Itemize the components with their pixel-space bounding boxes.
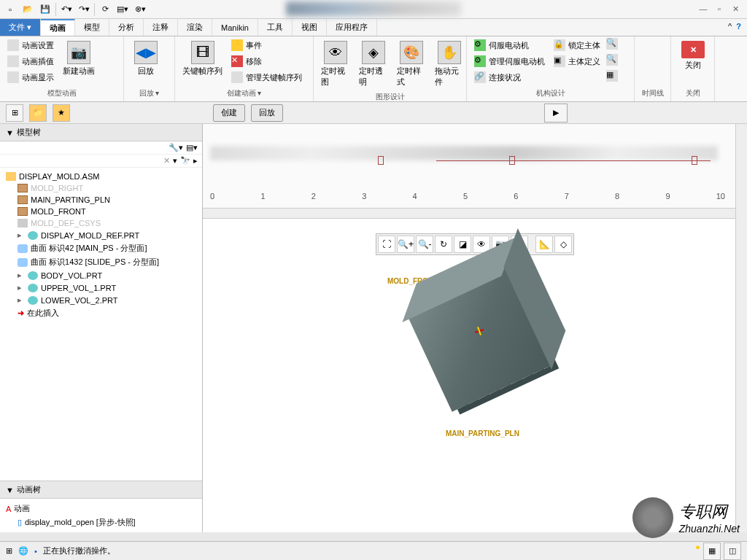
- favorites-icon[interactable]: ★: [53, 104, 70, 122]
- qat-undo-icon[interactable]: ↶▾: [59, 2, 74, 17]
- timed-trans-button[interactable]: ◈定时透明: [356, 38, 391, 90]
- shading-icon[interactable]: ◪: [454, 236, 471, 253]
- status-icon-1[interactable]: ⊞: [6, 546, 12, 556]
- servo-motor-button[interactable]: ⚙伺服电动机: [471, 38, 548, 52]
- conn-status-button[interactable]: 🔗连接状况: [471, 70, 548, 85]
- tab-animation[interactable]: 动画: [41, 19, 75, 36]
- viewport[interactable]: 012345678910 ⛶ 🔍+ 🔍- ↻ ◪ 👁 📷 ✱ 📐 ◇ MOLD_…: [203, 124, 747, 532]
- zoom-out-icon[interactable]: 🔍-: [416, 236, 433, 253]
- tool-icon-1[interactable]: 🔍: [606, 38, 618, 50]
- timeline-track[interactable]: [436, 160, 711, 161]
- drag-comp-button[interactable]: ✋拖动元件: [432, 38, 467, 90]
- status-tool-1[interactable]: ▦: [703, 542, 721, 560]
- tree-node[interactable]: MAIN_PARTING_PLN: [15, 194, 199, 206]
- tab-tools[interactable]: 工具: [258, 19, 293, 36]
- manage-motor-icon: ⚙: [474, 55, 486, 67]
- zoom-in-icon[interactable]: 🔍+: [397, 236, 414, 253]
- qat-save-icon[interactable]: 💾: [38, 2, 53, 17]
- binoculars-icon[interactable]: 🔭: [180, 156, 190, 166]
- timed-view-button[interactable]: 👁定时视图: [318, 38, 353, 90]
- remove-button[interactable]: ✕移除: [228, 54, 305, 69]
- tab-manikin[interactable]: Manikin: [212, 19, 258, 36]
- tree-node[interactable]: ▸BODY_VOL.PRT: [15, 269, 199, 281]
- tree-node[interactable]: MOLD_DEF_CSYS: [15, 217, 199, 229]
- timeline[interactable]: 012345678910: [203, 124, 747, 219]
- qat-redo-icon[interactable]: ↷▾: [77, 2, 91, 17]
- anim-settings-button[interactable]: 动画设置: [4, 38, 57, 52]
- new-anim-button[interactable]: 📷新建动画: [60, 38, 98, 79]
- status-tool-2[interactable]: ◫: [724, 542, 741, 560]
- playback-button[interactable]: ◀▶回放: [128, 38, 163, 79]
- manage-servo-button[interactable]: ⚙管理伺服电动机: [471, 54, 548, 69]
- timeline-scrollbar[interactable]: [203, 208, 735, 218]
- anim-item[interactable]: ▯display_mold_open [异步-快照]: [15, 516, 199, 529]
- timed-style-button[interactable]: 🎨定时样式: [394, 38, 429, 90]
- tab-annotate[interactable]: 注释: [144, 19, 178, 36]
- ribbon-toggle-icon[interactable]: ^: [728, 22, 732, 31]
- minimize-icon[interactable]: —: [697, 3, 709, 15]
- tree-tool-2[interactable]: ▤▾: [186, 143, 198, 152]
- playback-button-2[interactable]: 回放: [251, 104, 283, 122]
- help-icon[interactable]: ?: [736, 22, 741, 31]
- tree-node[interactable]: MOLD_RIGHT: [15, 182, 199, 194]
- qat-regen-icon[interactable]: ⟳: [98, 2, 112, 17]
- model-3d-view[interactable]: MOLD_FRONT MAIN_PARTING_PLN: [387, 270, 562, 445]
- anim-display-button[interactable]: 动画显示: [4, 70, 57, 85]
- tool-icon-3[interactable]: ▦: [606, 70, 618, 82]
- tree-node[interactable]: ▸DISPLAY_MOLD_REF.PRT: [15, 229, 199, 241]
- tree-tool-1[interactable]: 🔧▾: [169, 143, 183, 152]
- viewport-scrollbar-v[interactable]: [735, 124, 747, 532]
- event-button[interactable]: ⚡事件: [228, 38, 305, 52]
- expand-icon[interactable]: ▸: [18, 295, 25, 305]
- tree-node[interactable]: 曲面 标识42 [MAIN_PS - 分型面]: [15, 241, 199, 255]
- tab-render[interactable]: 渲染: [178, 19, 212, 36]
- tree-close-icon[interactable]: ✕: [163, 156, 170, 166]
- expand-icon[interactable]: ▸: [18, 271, 25, 280]
- tab-apps[interactable]: 应用程序: [327, 19, 377, 36]
- create-button[interactable]: 创建: [213, 104, 245, 122]
- expand-icon[interactable]: ▸: [18, 283, 25, 292]
- anim-root[interactable]: A动画: [3, 502, 199, 516]
- annotation-icon[interactable]: 📐: [535, 236, 553, 253]
- play-button[interactable]: ▶: [544, 104, 568, 122]
- expand-icon[interactable]: ▸: [18, 230, 25, 240]
- datum-icon[interactable]: ◇: [554, 236, 572, 253]
- tree-node[interactable]: MOLD_FRONT: [15, 206, 199, 217]
- mold-cube[interactable]: [406, 266, 551, 411]
- anim-tree-header[interactable]: ▼ 动画树: [0, 481, 202, 499]
- body-def-button[interactable]: ▣主体定义: [551, 54, 603, 69]
- timeline-marker-end[interactable]: [692, 156, 697, 165]
- qat-new-icon[interactable]: ▫: [3, 2, 18, 17]
- repaint-icon[interactable]: ↻: [435, 236, 452, 253]
- model-tree-header[interactable]: ▼ 模型树: [0, 124, 202, 141]
- tree-node[interactable]: 曲面 标识1432 [SLIDE_PS - 分型面]: [15, 255, 199, 269]
- keyframe-seq-button[interactable]: 🎞关键帧序列: [179, 38, 225, 79]
- qat-windows-icon[interactable]: ▤▾: [115, 2, 130, 17]
- tree-view-icon[interactable]: ⊞: [6, 104, 23, 122]
- qat-open-icon[interactable]: 📂: [20, 2, 35, 17]
- anim-interp-button[interactable]: 动画插值: [4, 54, 57, 69]
- close-button[interactable]: ✕关闭: [676, 38, 711, 74]
- tree-insert-here[interactable]: ➜在此插入: [15, 306, 199, 320]
- tree-node[interactable]: ▸UPPER_VOL_1.PRT: [15, 281, 199, 294]
- tool-icon-2[interactable]: 🔍: [606, 54, 618, 66]
- tree-root[interactable]: DISPLAY_MOLD.ASM: [3, 171, 199, 182]
- zoom-fit-icon[interactable]: ⛶: [378, 236, 395, 253]
- tab-analysis[interactable]: 分析: [109, 19, 144, 36]
- search-dropdown-icon[interactable]: ▾: [173, 156, 177, 166]
- close-window-icon[interactable]: ✕: [729, 3, 741, 15]
- maximize-icon[interactable]: ▫: [713, 3, 725, 15]
- status-indicator-icon[interactable]: ●: [695, 542, 700, 560]
- tab-view[interactable]: 视图: [293, 19, 327, 36]
- search-next-icon[interactable]: ▸: [193, 156, 198, 166]
- lock-body-button[interactable]: 🔒锁定主体: [551, 38, 603, 52]
- qat-close-icon[interactable]: ⊗▾: [133, 2, 147, 17]
- menu-file[interactable]: 文件 ▾: [0, 19, 41, 36]
- timeline-marker-start[interactable]: [378, 156, 384, 165]
- manage-kfs-button[interactable]: 管理关键帧序列: [228, 70, 305, 85]
- timeline-marker-mid[interactable]: [509, 156, 515, 165]
- tree-node[interactable]: ▸LOWER_VOL_2.PRT: [15, 294, 199, 306]
- folder-icon[interactable]: 📁: [29, 104, 47, 122]
- status-icon-2[interactable]: 🌐: [18, 546, 28, 556]
- tab-model[interactable]: 模型: [75, 19, 109, 36]
